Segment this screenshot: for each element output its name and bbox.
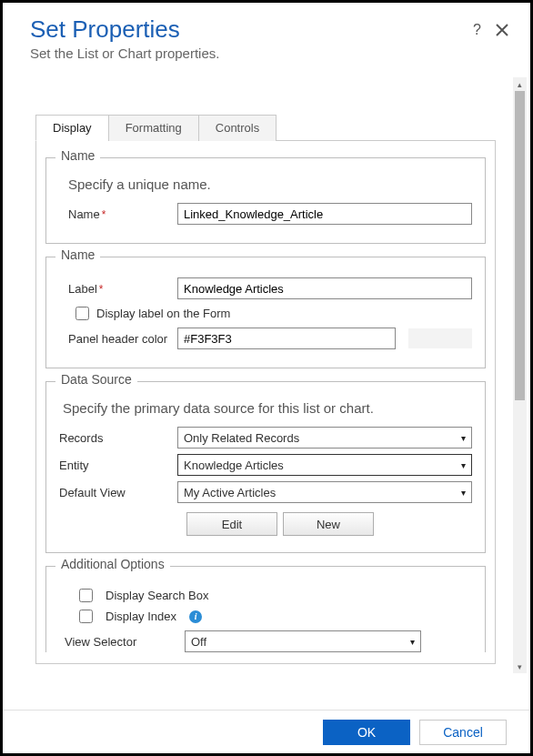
dialog-footer: OK Cancel — [3, 710, 530, 753]
default-view-value: My Active Articles — [184, 486, 276, 499]
info-icon[interactable]: i — [189, 610, 202, 623]
required-asterisk: * — [99, 283, 104, 296]
fieldset-data-source: Data Source Specify the primary data sou… — [45, 381, 486, 553]
legend-data-source: Data Source — [55, 372, 137, 387]
display-label-checkbox[interactable] — [75, 307, 89, 320]
dialog-title: Set Properties — [30, 15, 508, 44]
chevron-down-icon: ▾ — [461, 433, 466, 443]
dialog-header: Set Properties Set the List or Chart pro… — [3, 3, 530, 61]
label-label: Label* — [68, 282, 177, 296]
scrollbar-thumb[interactable] — [515, 91, 525, 400]
edit-button[interactable]: Edit — [186, 512, 277, 536]
records-value: Only Related Records — [184, 431, 299, 445]
display-index-checkbox[interactable] — [79, 610, 93, 623]
fieldset-label: Name Label* Display label on the Form Pa… — [45, 257, 486, 368]
dialog-subtitle: Set the List or Chart properties. — [30, 45, 508, 61]
cancel-button[interactable]: Cancel — [419, 720, 507, 745]
chevron-down-icon: ▾ — [461, 460, 466, 470]
entity-value: Knowledge Articles — [184, 459, 284, 472]
instruction-unique-name: Specify a unique name. — [68, 176, 472, 192]
ok-button[interactable]: OK — [323, 720, 410, 745]
legend-label: Name — [55, 247, 100, 262]
default-view-select[interactable]: My Active Articles ▾ — [177, 481, 472, 503]
label-panel-color: Panel header color — [68, 332, 177, 346]
label-entity: Entity — [59, 459, 177, 472]
label-records: Records — [59, 431, 177, 445]
scroll-down-icon[interactable]: ▾ — [513, 660, 527, 673]
tab-controls[interactable]: Controls — [198, 115, 277, 141]
records-select[interactable]: Only Related Records ▾ — [177, 427, 472, 449]
required-asterisk: * — [102, 208, 106, 221]
name-input[interactable] — [177, 203, 472, 225]
tab-strip: Display Formatting Controls — [35, 114, 496, 141]
chevron-down-icon: ▾ — [410, 637, 415, 647]
help-icon[interactable]: ? — [473, 23, 481, 37]
label-name: Name* — [68, 207, 177, 221]
tab-panel-display: Name Specify a unique name. Name* Name L… — [35, 141, 496, 664]
label-input[interactable] — [177, 277, 472, 299]
tab-display[interactable]: Display — [35, 115, 109, 141]
new-button[interactable]: New — [283, 512, 374, 536]
entity-select[interactable]: Knowledge Articles ▾ — [177, 454, 472, 476]
instruction-data-source: Specify the primary data source for this… — [63, 400, 472, 416]
content-area: ▴ ▾ Display Formatting Controls Name Spe… — [3, 77, 530, 710]
dialog-window: Set Properties Set the List or Chart pro… — [0, 0, 533, 756]
vertical-scrollbar[interactable]: ▴ ▾ — [513, 77, 527, 673]
view-selector-value: Off — [191, 635, 206, 649]
label-view-selector: View Selector — [65, 635, 185, 649]
panel-color-input[interactable] — [177, 328, 396, 349]
display-search-text: Display Search Box — [106, 589, 208, 602]
legend-additional: Additional Options — [55, 557, 170, 571]
scroll-up-icon[interactable]: ▴ — [513, 77, 527, 91]
label-default-view: Default View — [59, 486, 177, 499]
color-swatch[interactable] — [408, 328, 472, 348]
fieldset-name: Name Specify a unique name. Name* — [45, 157, 486, 244]
chevron-down-icon: ▾ — [461, 488, 466, 498]
legend-name: Name — [55, 148, 100, 163]
close-icon[interactable] — [496, 24, 508, 36]
fieldset-additional-options: Additional Options Display Search Box Di… — [45, 566, 486, 652]
display-label-text: Display label on the Form — [96, 307, 230, 320]
view-selector-select[interactable]: Off ▾ — [185, 630, 421, 652]
display-search-checkbox[interactable] — [79, 589, 93, 602]
tab-formatting[interactable]: Formatting — [108, 115, 199, 141]
display-index-text: Display Index — [106, 610, 176, 623]
